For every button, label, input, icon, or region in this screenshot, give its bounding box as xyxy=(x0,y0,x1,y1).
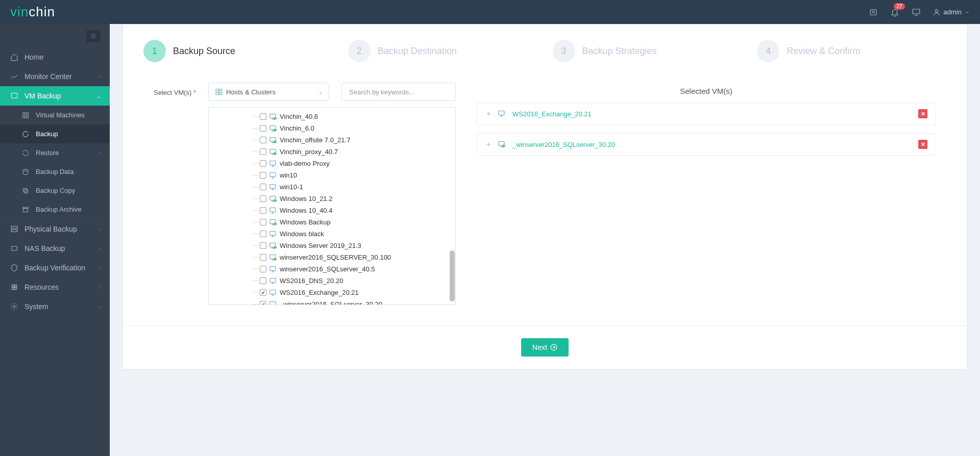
sidebar-sub-backupdata[interactable]: Backup Data xyxy=(0,162,110,181)
dropdown-label: Hosts & Clusters xyxy=(226,88,276,96)
vm-checkbox[interactable] xyxy=(260,195,266,202)
sidebar-submenu-vmbackup: Virtual Machines Backup Restore‹ Backup … xyxy=(0,106,110,219)
scrollbar-thumb[interactable] xyxy=(450,250,455,301)
tree-item[interactable]: winserver2016_SQLserver_40.5 xyxy=(209,263,455,275)
tree-item[interactable]: _winserver2016_SQLserver_30.20 xyxy=(209,298,455,305)
tree-item[interactable]: win10-1 xyxy=(209,181,455,193)
notifications-icon[interactable] xyxy=(868,7,878,17)
vm-name: Vinchin_offsite 7.0_21.7 xyxy=(280,136,350,144)
vm-checkbox[interactable] xyxy=(260,148,266,155)
tree-item[interactable]: win10 xyxy=(209,169,455,181)
wizard-step-4[interactable]: 4Review & Confirm xyxy=(757,40,946,62)
expand-button[interactable]: ＋ xyxy=(485,140,492,149)
svg-point-14 xyxy=(23,169,28,171)
bell-icon[interactable]: 27 xyxy=(890,7,900,17)
hosts-clusters-dropdown[interactable]: Hosts & Clusters ⌄ xyxy=(208,83,329,101)
copy-icon xyxy=(20,187,31,194)
vm-checkbox[interactable] xyxy=(260,137,266,143)
sidebar-sub-label: Backup Data xyxy=(36,168,74,175)
wizard-step-1[interactable]: 1Backup Source xyxy=(143,40,333,62)
tree-item[interactable]: Windows Backup xyxy=(209,216,455,228)
tree-item[interactable]: Vinchin_proxy_40.7 xyxy=(209,146,455,158)
vm-checkbox[interactable] xyxy=(260,207,266,214)
svg-rect-10 xyxy=(23,112,25,114)
vm-checkbox[interactable] xyxy=(260,254,266,261)
vm-icon xyxy=(270,289,278,296)
sidebar-item-home[interactable]: Home xyxy=(0,47,110,67)
tree-item[interactable]: Windows 10_21.2 xyxy=(209,193,455,205)
tree-item[interactable]: Windows black xyxy=(209,228,455,240)
tree-item[interactable]: Windows Server 2019_21.3 xyxy=(209,240,455,251)
remove-button[interactable]: ✕ xyxy=(918,140,927,149)
tree-item[interactable]: WS2016_Exchange_20.21 xyxy=(209,287,455,298)
sidebar-sub-restore[interactable]: Restore‹ xyxy=(0,143,110,162)
vm-name: WS2016_DNS_20.20 xyxy=(280,277,343,285)
vm-checkbox[interactable] xyxy=(260,266,266,272)
selected-item: ＋ _winserver2016_SQLserver_30.20 ✕ xyxy=(476,133,936,156)
sidebar-sub-backuparchive[interactable]: Backup Archive xyxy=(0,200,110,219)
next-button[interactable]: Next xyxy=(521,338,569,357)
sidebar-sub-backupcopy[interactable]: Backup Copy xyxy=(0,181,110,200)
vm-icon xyxy=(270,184,278,191)
sidebar-label: Resources xyxy=(24,283,59,291)
chevron-down-icon: ⌄ xyxy=(318,89,323,95)
vm-name: Windows 10_40.4 xyxy=(280,207,332,214)
sidebar-item-system[interactable]: System ‹ xyxy=(0,297,110,316)
vm-checkbox[interactable] xyxy=(260,289,266,296)
tree-item[interactable]: WS2016_DNS_20.20 xyxy=(209,275,455,287)
vm-icon xyxy=(270,254,278,261)
chevron-left-icon: ‹ xyxy=(99,285,101,290)
archive-icon xyxy=(20,206,31,213)
svg-rect-81 xyxy=(270,278,276,282)
svg-rect-12 xyxy=(23,116,25,118)
arrow-right-icon xyxy=(550,344,557,351)
shield-icon xyxy=(9,264,19,272)
vm-name: Vinchin_proxy_40.7 xyxy=(280,148,338,156)
vm-checkbox[interactable] xyxy=(260,113,266,120)
sidebar-item-vmbackup[interactable]: VM Backup ⌄ xyxy=(0,86,110,106)
tree-item[interactable]: Vinchin_offsite 7.0_21.7 xyxy=(209,134,455,146)
tree-item[interactable]: winserver2016_SQLSERVER_30.100 xyxy=(209,251,455,263)
sidebar-item-physicalbackup[interactable]: Physical Backup ‹ xyxy=(0,219,110,239)
tree-item[interactable]: Windows 10_40.4 xyxy=(209,205,455,216)
selected-title: Selected VM(s) xyxy=(476,83,936,103)
remove-button[interactable]: ✕ xyxy=(918,109,927,118)
sidebar-item-backupverification[interactable]: Backup Verification ‹ xyxy=(0,258,110,277)
user-name: admin xyxy=(944,8,962,16)
vm-checkbox[interactable] xyxy=(260,172,266,179)
wizard-step-2[interactable]: 2Backup Destination xyxy=(348,40,537,62)
vm-icon xyxy=(270,172,278,179)
vm-checkbox[interactable] xyxy=(260,301,266,305)
expand-button[interactable]: ＋ xyxy=(485,109,492,118)
vm-checkbox[interactable] xyxy=(260,277,266,284)
sidebar-sub-backup[interactable]: Backup xyxy=(0,124,110,143)
user-menu[interactable]: admin xyxy=(933,8,970,16)
sidebar-sub-label: Restore xyxy=(36,149,59,157)
sidebar-sub-label: Backup xyxy=(36,130,58,138)
wizard-step-3[interactable]: 3Backup Strategies xyxy=(553,40,742,62)
tree-item[interactable]: Vinchin_40.6 xyxy=(209,111,455,122)
vm-checkbox[interactable] xyxy=(260,242,266,249)
step-label: Backup Source xyxy=(173,46,235,57)
server-icon xyxy=(9,225,19,233)
sidebar-sub-virtualmachines[interactable]: Virtual Machines xyxy=(0,106,110,124)
vm-checkbox[interactable] xyxy=(260,219,266,225)
vm-checkbox[interactable] xyxy=(260,125,266,132)
vm-checkbox[interactable] xyxy=(260,160,266,167)
sidebar-toggle-button[interactable] xyxy=(86,30,101,42)
sidebar-item-monitor[interactable]: Monitor Center ‹ xyxy=(0,67,110,86)
vm-name: winserver2016_SQLserver_40.5 xyxy=(280,265,375,273)
vm-checkbox[interactable] xyxy=(260,184,266,190)
monitor-icon[interactable] xyxy=(911,7,921,17)
sidebar-item-resources[interactable]: Resources ‹ xyxy=(0,277,110,297)
vm-name: WS2016_Exchange_20.21 xyxy=(280,289,359,296)
tree-item[interactable]: vlab-demo Proxy xyxy=(209,158,455,169)
sidebar-item-nasbackup[interactable]: NAS Backup ‹ xyxy=(0,239,110,258)
search-input[interactable] xyxy=(341,83,456,101)
sidebar-label: NAS Backup xyxy=(24,244,65,252)
tree-item[interactable]: Vinchin_6.0 xyxy=(209,122,455,134)
vm-tree[interactable]: Vinchin_40.6 Vinchin_6.0 Vinchin_offsite… xyxy=(208,107,456,305)
vm-checkbox[interactable] xyxy=(260,231,266,237)
sidebar-label: VM Backup xyxy=(24,92,61,100)
chevron-left-icon: ‹ xyxy=(99,74,101,80)
